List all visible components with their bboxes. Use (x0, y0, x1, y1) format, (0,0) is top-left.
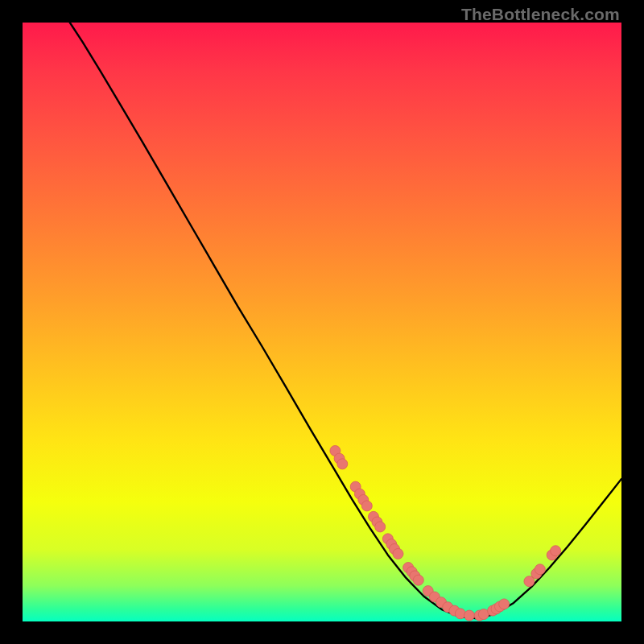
data-point (413, 575, 423, 585)
data-point (464, 610, 475, 621)
scatter-points-layer (23, 23, 621, 621)
chart-frame (23, 23, 621, 621)
data-point (337, 459, 348, 469)
data-point (551, 546, 561, 556)
data-point (535, 564, 545, 575)
data-point (499, 599, 510, 609)
data-point (455, 609, 465, 619)
data-point (361, 501, 372, 511)
scatter-points-group (330, 445, 561, 621)
data-point (375, 522, 386, 532)
watermark-text: TheBottleneck.com (461, 5, 620, 24)
data-point (393, 548, 403, 559)
